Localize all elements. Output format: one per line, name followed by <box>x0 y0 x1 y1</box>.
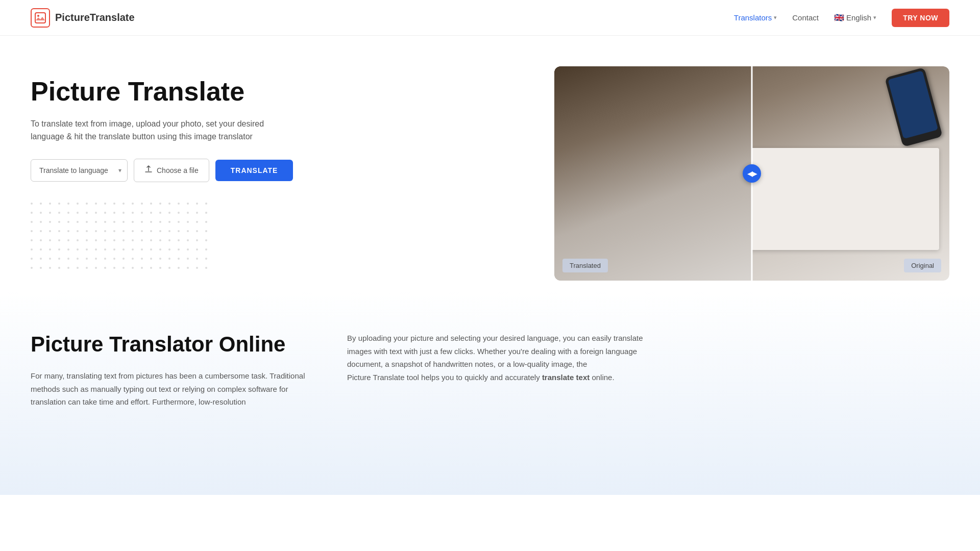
image-compare[interactable]: Креирајте каоan artist. Решите као иngin… <box>554 66 949 281</box>
logo-icon <box>31 8 50 28</box>
dot-grid: // Render dots inline document.currentSc… <box>31 203 536 271</box>
bottom-content: Picture Translator Online For many, tran… <box>31 332 643 409</box>
language-dropdown-arrow: ▾ <box>873 14 876 21</box>
bottom-section: Picture Translator Online For many, tran… <box>0 291 980 495</box>
section-right-desc: By uploading your picture and selecting … <box>347 332 643 384</box>
translated-image-bg <box>554 66 752 281</box>
upload-icon <box>144 165 153 176</box>
try-now-button[interactable]: TRY NOW <box>892 9 949 27</box>
phone-object <box>885 67 943 147</box>
translators-dropdown-arrow: ▾ <box>774 14 777 21</box>
hero-description: To translate text from image, upload you… <box>31 117 286 143</box>
hero-left: Picture Translate To translate text from… <box>31 66 536 271</box>
translate-button[interactable]: TRANSLATE <box>215 160 293 181</box>
navbar: PictureTranslate Translators ▾ Contact 🇬… <box>0 0 980 36</box>
language-select-wrapper: Translate to language Spanish French Ger… <box>31 159 128 182</box>
nav-links: Translators ▾ Contact 🇬🇧 English ▾ TRY N… <box>734 9 949 27</box>
choose-file-button[interactable]: Choose a file <box>134 159 209 182</box>
nav-translators[interactable]: Translators ▾ <box>734 13 777 22</box>
bottom-right: By uploading your picture and selecting … <box>347 332 643 384</box>
controls-row: Translate to language Spanish French Ger… <box>31 159 536 182</box>
flag-icon: 🇬🇧 <box>834 13 844 22</box>
highlight-text: translate text <box>542 373 590 382</box>
svg-point-1 <box>37 15 39 17</box>
logo-link[interactable]: PictureTranslate <box>31 8 135 28</box>
bottom-left: Picture Translator Online For many, tran… <box>31 332 306 409</box>
translated-label: Translated <box>562 259 608 272</box>
section-title: Picture Translator Online <box>31 332 306 357</box>
compare-arrows-icon: ◀▶ <box>747 169 756 178</box>
hero-title: Picture Translate <box>31 77 536 107</box>
nav-language[interactable]: 🇬🇧 English ▾ <box>834 13 876 22</box>
logo-text: PictureTranslate <box>55 12 135 23</box>
hero-right: Креирајте каоan artist. Решите као иngin… <box>554 66 949 281</box>
compare-handle[interactable]: ◀▶ <box>743 164 761 183</box>
svg-rect-0 <box>35 13 45 23</box>
section-left-desc: For many, translating text from pictures… <box>31 369 306 409</box>
language-select[interactable]: Translate to language Spanish French Ger… <box>31 159 128 182</box>
hero-section: Picture Translate To translate text from… <box>0 36 980 291</box>
nav-contact[interactable]: Contact <box>792 13 819 22</box>
original-label: Original <box>904 259 941 272</box>
choose-file-label: Choose a file <box>157 166 199 174</box>
phone-screen <box>888 70 938 139</box>
